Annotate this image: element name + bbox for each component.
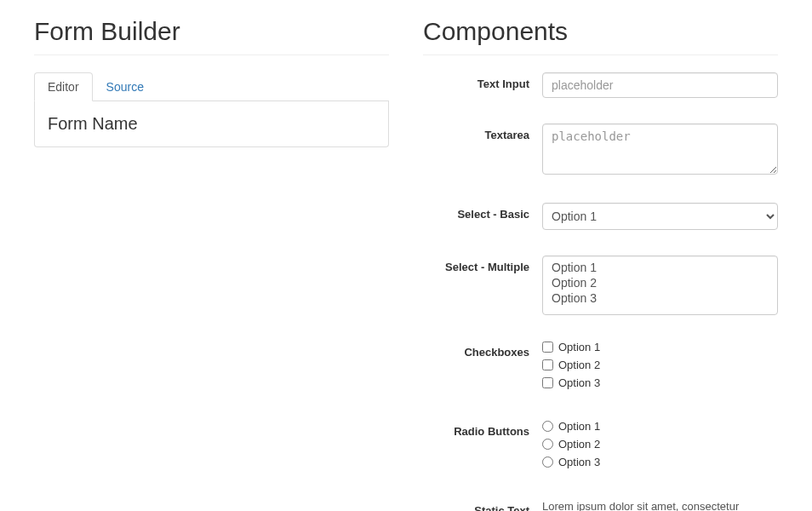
select-basic-field[interactable]: Option 1	[542, 203, 778, 230]
form-builder-title: Form Builder	[34, 17, 389, 46]
components-title: Components	[423, 17, 778, 46]
checkbox-text-1: Option 1	[558, 341, 600, 353]
select-multiple-field[interactable]: Option 1 Option 2 Option 3	[542, 256, 778, 315]
textarea-field[interactable]	[542, 123, 778, 175]
select-multiple-label: Select - Multiple	[423, 256, 542, 273]
textarea-label: Textarea	[423, 123, 542, 141]
select-multiple-option-1[interactable]: Option 1	[548, 260, 772, 275]
divider	[34, 55, 389, 55]
divider	[423, 55, 778, 55]
radio-option-1[interactable]: Option 1	[542, 420, 778, 433]
checkbox-option-2[interactable]: Option 2	[542, 359, 778, 371]
text-input-field[interactable]	[542, 72, 778, 98]
select-multiple-option-2[interactable]: Option 2	[548, 275, 772, 290]
radios-label: Radio Buttons	[423, 420, 542, 438]
checkbox-input-2[interactable]	[542, 359, 553, 370]
radio-input-2[interactable]	[542, 439, 553, 450]
checkboxes-label: Checkboxes	[423, 341, 542, 359]
radio-text-3: Option 3	[558, 456, 600, 468]
editor-canvas[interactable]: Form Name	[34, 101, 389, 147]
checkbox-option-3[interactable]: Option 3	[542, 376, 778, 389]
radio-option-3[interactable]: Option 3	[542, 456, 778, 468]
select-basic-label: Select - Basic	[423, 203, 542, 221]
checkbox-input-1[interactable]	[542, 342, 553, 353]
form-name-text: Form Name	[48, 114, 375, 134]
radio-input-1[interactable]	[542, 421, 553, 432]
radio-option-2[interactable]: Option 2	[542, 438, 778, 451]
checkbox-text-2: Option 2	[558, 359, 600, 371]
radio-text-1: Option 1	[558, 420, 600, 433]
static-text-value: Lorem ipsum dolor sit amet, consectetur …	[542, 499, 778, 511]
radio-text-2: Option 2	[558, 438, 600, 451]
select-multiple-option-3[interactable]: Option 3	[548, 290, 772, 306]
text-input-label: Text Input	[423, 72, 542, 90]
checkbox-input-3[interactable]	[542, 377, 553, 388]
tab-source[interactable]: Source	[93, 72, 157, 101]
static-text-label: Static Text	[423, 499, 542, 511]
checkbox-option-1[interactable]: Option 1	[542, 341, 778, 353]
radio-input-3[interactable]	[542, 456, 553, 468]
tab-editor[interactable]: Editor	[34, 72, 93, 101]
checkbox-text-3: Option 3	[558, 376, 600, 389]
